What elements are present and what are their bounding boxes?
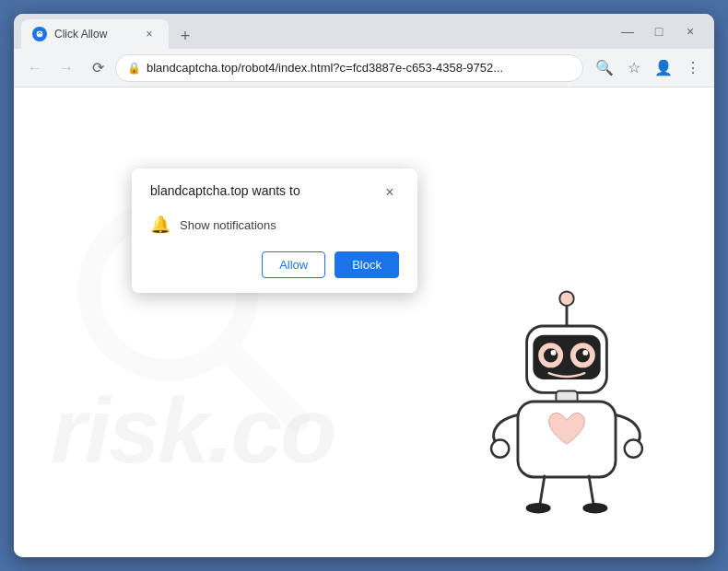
active-tab[interactable]: Click Allow × — [21, 19, 169, 49]
tab-bar: Click Allow × + — [21, 14, 607, 49]
dialog-buttons: Allow Block — [150, 251, 399, 278]
svg-point-0 — [36, 30, 43, 38]
forward-button[interactable]: → — [53, 54, 80, 82]
new-tab-button[interactable]: + — [172, 23, 198, 49]
dialog-header: blandcaptcha.top wants to × — [150, 183, 399, 202]
svg-point-15 — [491, 439, 509, 457]
svg-point-11 — [551, 350, 557, 355]
permission-text: Show notifications — [180, 218, 276, 232]
page-content: risk.co YOU ARE NOT A ROBOT! — [14, 87, 714, 557]
maximize-button[interactable]: □ — [646, 18, 672, 44]
window-controls: — □ × — [615, 18, 703, 44]
search-button[interactable]: 🔍 — [591, 54, 618, 82]
tab-title: Click Allow — [54, 28, 134, 41]
close-button[interactable]: × — [677, 18, 703, 44]
svg-point-17 — [526, 503, 551, 514]
dialog-title: blandcaptcha.top wants to — [150, 183, 300, 198]
url-text: blandcaptcha.top/robot4/index.html?c=fcd… — [147, 61, 571, 75]
block-button[interactable]: Block — [335, 251, 399, 278]
permission-dialog: blandcaptcha.top wants to × 🔔 Show notif… — [132, 169, 417, 293]
refresh-button[interactable]: ⟳ — [84, 54, 112, 82]
menu-button[interactable]: ⋮ — [679, 54, 707, 82]
bell-icon: 🔔 — [150, 215, 170, 235]
title-bar: Click Allow × + — □ × — [14, 14, 714, 49]
tab-favicon — [32, 27, 47, 41]
bookmark-button[interactable]: ☆ — [620, 54, 648, 82]
nav-bar: ← → ⟳ 🔒 blandcaptcha.top/robot4/index.ht… — [14, 49, 714, 87]
permission-row: 🔔 Show notifications — [150, 215, 399, 235]
svg-point-12 — [582, 350, 588, 355]
svg-point-10 — [576, 348, 590, 362]
watermark-text: risk.co — [51, 378, 335, 484]
robot-illustration — [475, 277, 659, 530]
browser-window: Click Allow × + — □ × ← → ⟳ 🔒 blandcaptc… — [14, 14, 714, 557]
profile-button[interactable]: 👤 — [650, 54, 677, 82]
back-button[interactable]: ← — [21, 54, 49, 82]
svg-point-4 — [559, 291, 573, 305]
svg-point-18 — [582, 503, 607, 514]
allow-button[interactable]: Allow — [262, 251, 325, 278]
lock-icon: 🔒 — [127, 62, 141, 75]
dialog-close-button[interactable]: × — [381, 183, 399, 202]
svg-point-9 — [544, 348, 558, 362]
tab-close-button[interactable]: × — [141, 26, 158, 42]
nav-actions: 🔍 ☆ 👤 ⋮ — [591, 54, 707, 82]
svg-point-16 — [625, 439, 642, 457]
minimize-button[interactable]: — — [615, 18, 640, 44]
address-bar[interactable]: 🔒 blandcaptcha.top/robot4/index.html?c=f… — [115, 54, 583, 82]
